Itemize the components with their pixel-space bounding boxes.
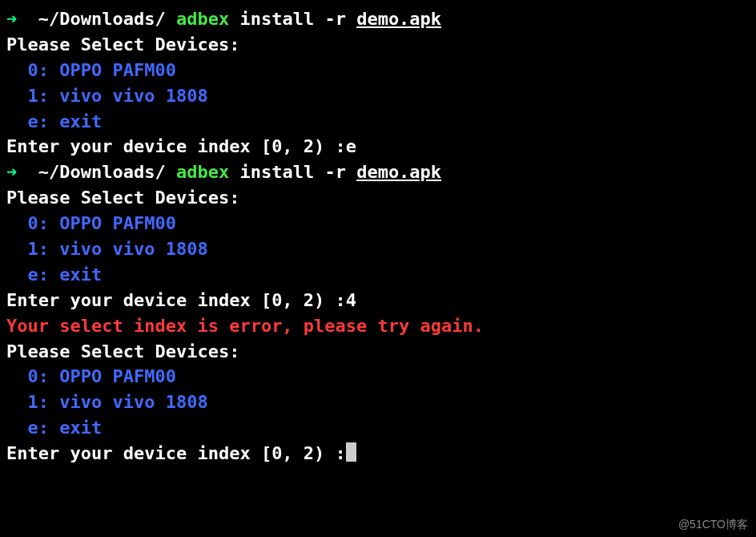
enter-prompt-text: Enter your device index [0, 2) : — [6, 290, 346, 310]
enter-prompt-text: Enter your device index [0, 2) : — [6, 136, 346, 156]
watermark-text: @51CTO博客 — [678, 516, 748, 532]
command-line-1: ➜ ~/Downloads/ adbex install -r demo.apk — [6, 6, 750, 32]
select-prompt: Please Select Devices: — [6, 32, 750, 58]
input-prompt-line: Enter your device index [0, 2) :e — [6, 134, 750, 159]
command-file: demo.apk — [356, 9, 441, 29]
device-option-exit: e: exit — [6, 262, 750, 288]
enter-prompt-text: Enter your device index [0, 2) : — [6, 443, 346, 463]
path-text: ~/Downloads/ — [38, 9, 166, 29]
device-option-exit: e: exit — [6, 109, 750, 135]
prompt-arrow-icon: ➜ — [6, 162, 17, 182]
terminal-output[interactable]: ➜ ~/Downloads/ adbex install -r demo.apk… — [6, 6, 750, 466]
device-option-0: 0: OPPO PAFM00 — [6, 364, 750, 390]
command-name: adbex — [176, 9, 229, 29]
path-text: ~/Downloads/ — [38, 162, 166, 182]
device-option-1: 1: vivo vivo 1808 — [6, 390, 750, 415]
command-file: demo.apk — [356, 162, 441, 182]
select-prompt: Please Select Devices: — [6, 339, 750, 365]
input-prompt-line: Enter your device index [0, 2) :4 — [6, 288, 750, 313]
cursor-icon — [346, 442, 356, 462]
device-option-exit: e: exit — [6, 415, 750, 441]
device-option-1: 1: vivo vivo 1808 — [6, 236, 750, 262]
device-option-0: 0: OPPO PAFM00 — [6, 58, 750, 83]
error-message: Your select index is error, please try a… — [6, 313, 750, 339]
command-line-2: ➜ ~/Downloads/ adbex install -r demo.apk — [6, 159, 750, 185]
prompt-arrow-icon: ➜ — [6, 9, 17, 29]
user-input: e — [346, 136, 356, 156]
command-name: adbex — [176, 162, 229, 182]
select-prompt: Please Select Devices: — [6, 185, 750, 211]
device-option-0: 0: OPPO PAFM00 — [6, 211, 750, 236]
command-args: install -r — [239, 9, 345, 29]
command-args: install -r — [239, 162, 345, 182]
input-prompt-line[interactable]: Enter your device index [0, 2) : — [6, 441, 750, 466]
device-option-1: 1: vivo vivo 1808 — [6, 83, 750, 109]
user-input: 4 — [346, 290, 356, 310]
